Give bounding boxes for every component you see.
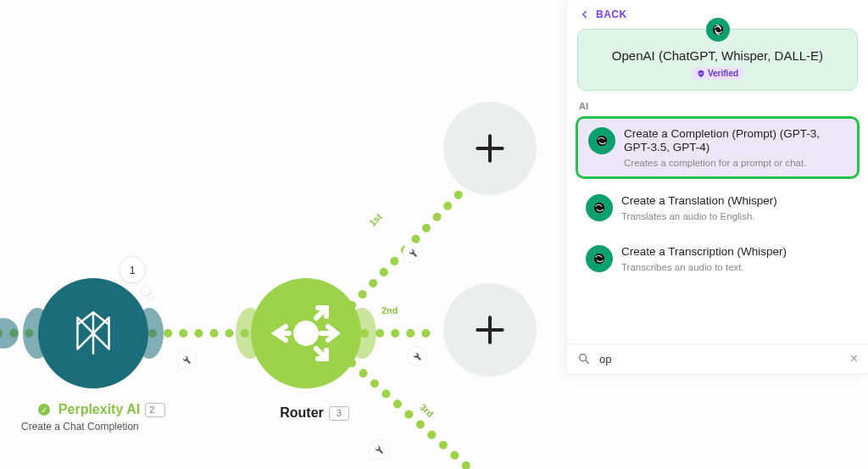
shield-check-icon — [697, 70, 705, 78]
plus-icon — [471, 311, 509, 349]
node-in-port[interactable] — [23, 308, 52, 359]
action-title: Create a Completion (Prompt) (GPT-3, GPT… — [624, 127, 847, 156]
verified-badge: Verified — [692, 67, 743, 80]
action-title: Create a Translation (Whisper) — [621, 194, 777, 209]
router-arrows-icon — [264, 291, 348, 376]
wrench-icon — [374, 444, 384, 455]
openai-logo-icon — [594, 133, 609, 148]
perplexity-logo-icon — [65, 305, 121, 361]
edge-tools-button[interactable] — [403, 243, 423, 263]
search-icon — [577, 352, 591, 366]
module-picker-panel: BACK OpenAI (ChatGPT, Whisper, DALL-E) V… — [566, 0, 868, 374]
branch-label-2: 2nd — [381, 305, 398, 315]
node-perplexity-labels: ✓ Perplexity AI 2 Create a Chat Completi… — [21, 402, 182, 433]
wrench-icon — [408, 248, 418, 258]
action-subtitle: Creates a completion for a prompt or cha… — [624, 158, 847, 168]
node-out-port[interactable] — [135, 308, 164, 359]
search-row: × — [567, 343, 868, 373]
plus-icon — [471, 130, 509, 167]
wrench-icon — [181, 355, 192, 365]
node-router[interactable] — [251, 278, 361, 388]
node-perplexity[interactable] — [38, 278, 148, 388]
openai-app-icon — [706, 18, 730, 42]
svg-line-10 — [586, 360, 588, 363]
openai-action-icon — [588, 127, 615, 154]
openai-logo-icon — [592, 251, 607, 266]
bubble-tail — [147, 293, 154, 300]
action-create-completion[interactable]: Create a Completion (Prompt) (GPT-3, GPT… — [576, 116, 860, 180]
edge-tools-button[interactable] — [176, 349, 197, 370]
openai-logo-icon — [592, 200, 607, 215]
wrench-icon — [412, 351, 422, 361]
add-module-button[interactable] — [443, 102, 537, 195]
edge-tools-button[interactable] — [407, 346, 427, 366]
openai-action-icon — [586, 245, 613, 272]
add-module-button[interactable] — [443, 283, 537, 377]
svg-point-9 — [580, 355, 587, 361]
node-subtitle: Create a Chat Completion — [21, 421, 182, 433]
node-out-port[interactable] — [348, 308, 376, 359]
arrow-left-icon — [579, 8, 591, 20]
node-title: Perplexity AI — [58, 402, 140, 417]
node-run-count-bubble[interactable]: 1 — [119, 256, 146, 283]
search-input[interactable] — [598, 352, 843, 366]
action-title: Create a Transcription (Whisper) — [621, 245, 787, 260]
node-title: Router — [280, 405, 324, 421]
node-in-port[interactable] — [236, 308, 264, 359]
node-index-badge: 3 — [329, 406, 349, 421]
section-label-ai: AI — [567, 98, 868, 113]
edge-tools-button[interactable] — [369, 439, 389, 460]
node-router-labels: Router 3 — [251, 405, 378, 421]
action-subtitle: Transcribes an audio to text. — [621, 262, 787, 272]
back-label: BACK — [596, 8, 627, 20]
status-ok-icon: ✓ — [38, 404, 50, 416]
clear-search-button[interactable]: × — [850, 351, 858, 366]
action-create-transcription[interactable]: Create a Transcription (Whisper) Transcr… — [576, 237, 860, 281]
node-run-count: 1 — [129, 264, 135, 276]
app-hero-title: OpenAI (ChatGPT, Whisper, DALL-E) — [590, 48, 845, 63]
action-subtitle: Translates an audio to English. — [621, 211, 777, 221]
verified-label: Verified — [708, 69, 738, 78]
openai-logo-icon — [710, 22, 726, 37]
node-index-badge: 2 — [145, 403, 165, 417]
openai-action-icon — [586, 194, 613, 221]
app-hero-card[interactable]: OpenAI (ChatGPT, Whisper, DALL-E) Verifi… — [577, 29, 858, 91]
action-create-translation[interactable]: Create a Translation (Whisper) Translate… — [576, 186, 860, 230]
